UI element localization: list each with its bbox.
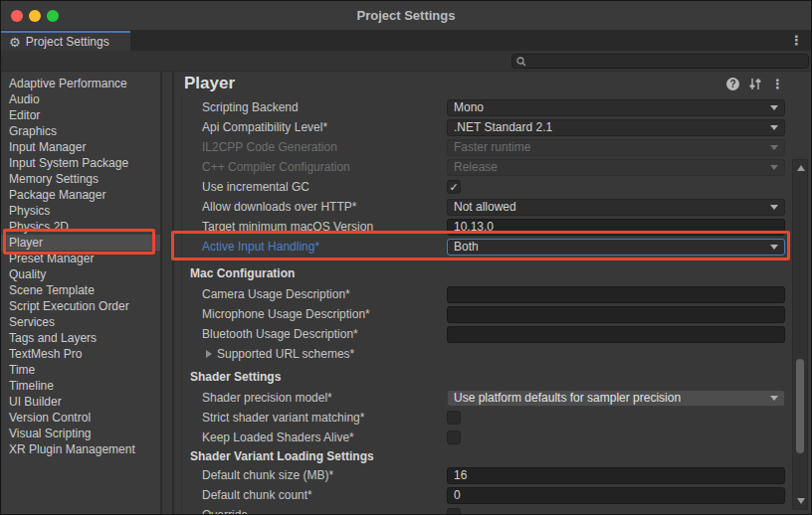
setting-row-microphone-usage-description: Microphone Usage Description* — [174, 304, 790, 324]
presets-icon[interactable] — [748, 78, 762, 90]
setting-row-bluetooth-usage-description: Bluetooth Usage Description* — [174, 324, 790, 344]
setting-row-override: Override — [174, 505, 790, 514]
il2cpp-code-generation-dropdown: Faster runtime — [447, 139, 785, 156]
bluetooth-usage-description-field[interactable] — [447, 326, 785, 343]
foldout-label: Supported URL schemes* — [217, 347, 354, 361]
kebab-menu-icon[interactable]: ⋮ — [790, 34, 803, 47]
setting-label: Microphone Usage Description* — [202, 307, 370, 321]
setting-control — [447, 326, 785, 343]
chevron-down-icon — [770, 396, 778, 401]
project-settings-window: Project Settings ⚙ Project Settings ⋮ Ad… — [0, 0, 812, 515]
sidebar-item-package-manager[interactable]: Package Manager — [1, 187, 160, 203]
scripting-backend-dropdown[interactable]: Mono — [447, 99, 785, 116]
sidebar-item-textmesh-pro[interactable]: TextMesh Pro — [1, 346, 160, 362]
sidebar-item-visual-scripting[interactable]: Visual Scripting — [1, 426, 160, 441]
sidebar-item-xr-plugin-management[interactable]: XR Plugin Management — [1, 441, 160, 457]
sidebar-item-adaptive-performance[interactable]: Adaptive Performance — [1, 76, 160, 91]
search-input[interactable] — [529, 55, 804, 68]
dropdown-value: Release — [454, 160, 498, 174]
sidebar-item-memory-settings[interactable]: Memory Settings — [1, 171, 160, 187]
section-header-mac-configuration: Mac Configuration — [174, 262, 790, 284]
setting-label: Default chunk count* — [202, 488, 312, 502]
c-compiler-configuration-dropdown: Release — [447, 159, 785, 176]
section-header-shader-variant-loading-settings: Shader Variant Loading Settings — [174, 447, 790, 465]
setting-control — [447, 508, 785, 514]
sidebar-item-quality[interactable]: Quality — [1, 266, 160, 282]
sidebar-item-editor[interactable]: Editor — [1, 107, 160, 123]
api-compatibility-level-dropdown[interactable]: .NET Standard 2.1 — [447, 119, 785, 136]
target-minimum-macos-version-field[interactable] — [447, 219, 785, 236]
window-body: Adaptive PerformanceAudioEditorGraphicsI… — [1, 72, 811, 514]
setting-label: Override — [202, 508, 248, 514]
vertical-scrollbar[interactable] — [792, 159, 808, 510]
setting-label: Api Compatibility Level* — [202, 120, 327, 134]
use-incremental-gc-checkbox[interactable]: ✓ — [447, 180, 461, 194]
scroll-down-icon[interactable] — [797, 498, 805, 504]
gear-icon: ⚙ — [9, 36, 21, 49]
sidebar-item-scene-template[interactable]: Scene Template — [1, 282, 160, 298]
chevron-down-icon — [770, 125, 778, 130]
sidebar-item-script-execution-order[interactable]: Script Execution Order — [1, 298, 160, 314]
setting-label: Use incremental GC — [202, 180, 309, 194]
setting-label: IL2CPP Code Generation — [202, 140, 337, 154]
setting-control — [447, 286, 785, 303]
sidebar-item-tags-and-layers[interactable]: Tags and Layers — [1, 330, 160, 346]
sidebar-item-physics-2d[interactable]: Physics 2D — [1, 219, 160, 235]
strict-shader-variant-matching-checkbox[interactable] — [447, 411, 461, 425]
sidebar-item-physics[interactable]: Physics — [1, 203, 160, 219]
search-box[interactable] — [511, 54, 809, 69]
sidebar-item-input-system-package[interactable]: Input System Package — [1, 155, 160, 171]
default-chunk-size-mb-field[interactable] — [447, 467, 785, 484]
sidebar-item-input-manager[interactable]: Input Manager — [1, 139, 160, 155]
setting-row-il2cpp-code-generation: IL2CPP Code GenerationFaster runtime — [174, 137, 790, 157]
sidebar-item-player[interactable]: Player — [1, 235, 160, 251]
search-row — [1, 51, 811, 72]
section-header-shader-settings: Shader Settings — [174, 366, 790, 388]
setting-control — [447, 219, 785, 236]
sidebar-item-preset-manager[interactable]: Preset Manager — [1, 251, 160, 266]
dropdown-value: Mono — [454, 100, 484, 114]
setting-label: C++ Compiler Configuration — [202, 160, 350, 174]
setting-control — [447, 306, 785, 323]
setting-control: Faster runtime — [447, 139, 785, 156]
setting-control: ✓ — [447, 180, 785, 194]
dropdown-value: Both — [454, 240, 479, 254]
settings-sidebar: Adaptive PerformanceAudioEditorGraphicsI… — [1, 72, 160, 514]
sidebar-item-version-control[interactable]: Version Control — [1, 410, 160, 426]
setting-control — [447, 487, 785, 504]
sidebar-splitter[interactable] — [160, 72, 174, 514]
setting-row-c-compiler-configuration: C++ Compiler ConfigurationRelease — [174, 157, 790, 177]
sidebar-item-ui-builder[interactable]: UI Builder — [1, 394, 160, 410]
setting-label: Active Input Handling* — [202, 240, 319, 254]
default-chunk-count-field[interactable] — [447, 487, 785, 504]
sidebar-item-services[interactable]: Services — [1, 314, 160, 330]
chevron-down-icon — [770, 145, 778, 150]
sidebar-item-time[interactable]: Time — [1, 362, 160, 378]
sidebar-item-graphics[interactable]: Graphics — [1, 123, 160, 139]
sidebar-item-audio[interactable]: Audio — [1, 91, 160, 107]
tab-project-settings[interactable]: ⚙ Project Settings — [1, 31, 130, 51]
allow-downloads-over-http-dropdown[interactable]: Not allowed — [447, 199, 785, 216]
camera-usage-description-field[interactable] — [447, 286, 785, 303]
override-checkbox[interactable] — [447, 508, 461, 514]
sidebar-item-timeline[interactable]: Timeline — [1, 378, 160, 394]
setting-label: Strict shader variant matching* — [202, 411, 364, 425]
help-icon[interactable]: ? — [726, 78, 739, 90]
setting-row-target-minimum-macos-version: Target minimum macOS Version — [174, 217, 790, 237]
microphone-usage-description-field[interactable] — [447, 306, 785, 323]
foldout-arrow-icon[interactable] — [206, 350, 212, 358]
tab-strip: ⚙ Project Settings ⋮ — [1, 31, 811, 51]
foldout-supported-url-schemes[interactable]: Supported URL schemes* — [174, 344, 790, 364]
tab-label: Project Settings — [26, 35, 109, 49]
keep-loaded-shaders-alive-checkbox[interactable] — [447, 430, 461, 444]
scrollbar-thumb[interactable] — [796, 359, 804, 453]
setting-row-strict-shader-variant-matching: Strict shader variant matching* — [174, 408, 790, 428]
kebab-menu-icon[interactable]: ⋮ — [771, 78, 784, 90]
active-input-handling-dropdown[interactable]: Both — [447, 239, 785, 256]
dropdown-value: Faster runtime — [454, 140, 530, 154]
setting-control: Not allowed — [447, 199, 785, 216]
shader-precision-model-dropdown[interactable]: Use platform defaults for sampler precis… — [447, 390, 785, 407]
section-label: Shader Variant Loading Settings — [190, 449, 374, 463]
panel-header: Player ? ⋮ — [174, 72, 790, 97]
scroll-up-icon[interactable] — [797, 165, 805, 171]
